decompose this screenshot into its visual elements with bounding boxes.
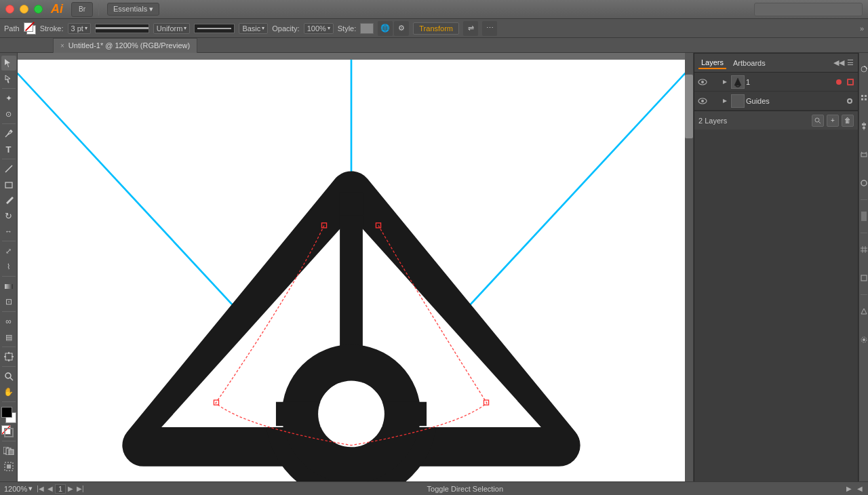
color-swatches-area[interactable] <box>0 405 18 424</box>
stroke-style-dropdown[interactable]: Basic ▾ <box>239 23 268 34</box>
type-tool[interactable]: T <box>1 142 16 157</box>
magic-wand-tool[interactable]: ✦ <box>1 91 16 106</box>
image-trace-btn[interactable] <box>860 326 868 353</box>
bridge-button[interactable]: Br <box>71 2 93 17</box>
tab-close-btn[interactable]: × <box>60 42 64 50</box>
stroke-swatch[interactable] <box>24 22 36 35</box>
opacity-dropdown[interactable]: 100% ▾ <box>304 23 334 34</box>
zoom-tool[interactable] <box>1 369 16 384</box>
svg-point-0 <box>9 130 12 132</box>
stroke-panel-btn[interactable] <box>860 170 868 197</box>
direct-selection-tool[interactable] <box>1 71 16 86</box>
layer-expand-1[interactable] <box>720 77 730 87</box>
new-artboard-btn[interactable] <box>860 264 868 292</box>
grid-btn[interactable] <box>860 84 868 111</box>
shaper-tool[interactable]: ⌇ <box>1 259 16 274</box>
grid2-btn[interactable] <box>860 236 868 263</box>
layer-row-1[interactable]: 1 <box>694 73 858 92</box>
tool-sep-4 <box>2 241 16 241</box>
search-layer-btn[interactable] <box>812 115 824 127</box>
chart-tool[interactable]: ▤ <box>1 330 16 344</box>
prev-artboard-btn[interactable]: ◀ <box>46 485 54 492</box>
scale-tool[interactable]: ⤢ <box>1 243 16 258</box>
selection-tool[interactable] <box>1 56 16 71</box>
right-tools <box>859 53 868 495</box>
svg-rect-14 <box>9 450 14 455</box>
stroke-type-dropdown[interactable]: Uniform ▾ <box>153 23 191 34</box>
line-tool[interactable] <box>1 161 16 176</box>
layer-color-indicator-1 <box>836 79 842 85</box>
blend-tool[interactable]: ∞ <box>1 314 16 329</box>
gradient-tool[interactable] <box>1 279 16 294</box>
rotate-tool[interactable]: ↻ <box>1 208 16 223</box>
layer-lock-guides[interactable] <box>709 96 719 106</box>
pencil-tool[interactable] <box>1 193 16 207</box>
new-layer-btn[interactable]: + <box>827 115 839 127</box>
doc-tab[interactable]: × Untitled-1* @ 1200% (RGB/Preview) <box>53 38 197 53</box>
stroke-line-preview <box>95 24 149 33</box>
minimize-button[interactable] <box>20 5 28 14</box>
style-swatch[interactable] <box>360 23 374 34</box>
delete-layer-btn[interactable]: 🗑 <box>842 115 854 127</box>
transform-button[interactable]: Transform <box>413 22 459 35</box>
close-button[interactable] <box>5 5 14 14</box>
svg-marker-61 <box>861 309 867 314</box>
expand-right-btn[interactable] <box>860 203 868 230</box>
scrollbar-thumb-v[interactable] <box>685 75 693 139</box>
panel-menu-icon[interactable]: ☰ <box>847 58 854 67</box>
first-artboard-btn[interactable]: |◀ <box>35 485 45 492</box>
search-input[interactable] <box>754 3 863 16</box>
canvas-area[interactable] <box>18 53 693 495</box>
layers-panel: Layers Artboards ◀◀ ☰ 1 <box>694 53 859 495</box>
stroke-style-preview <box>194 24 235 33</box>
layer-expand-guides[interactable] <box>720 96 730 106</box>
expand-collapse-icon[interactable]: ◀◀ <box>833 58 844 67</box>
lasso-tool[interactable]: ⊙ <box>1 106 16 121</box>
status-right-btn[interactable]: ▶ <box>845 485 853 492</box>
dropdown-arrow-2: ▾ <box>184 25 186 31</box>
maximize-button[interactable] <box>34 5 43 14</box>
tab-bar: × Untitled-1* @ 1200% (RGB/Preview) <box>0 38 868 53</box>
color-wheel-btn[interactable] <box>860 56 868 83</box>
dropdown-arrow: ▾ <box>85 25 87 31</box>
pen-tool[interactable] <box>1 126 16 141</box>
warp-icon-btn[interactable]: ⋯ <box>482 21 497 36</box>
artboard-tool[interactable] <box>1 349 16 364</box>
globe-icon-btn[interactable]: 🌐 <box>378 21 393 36</box>
artboards-tab[interactable]: Artboards <box>730 58 768 68</box>
layers-count: 2 Layers <box>698 117 727 125</box>
next-artboard-btn[interactable]: ▶ <box>66 485 75 492</box>
svg-point-41 <box>815 118 819 122</box>
layers-tab[interactable]: Layers <box>698 57 726 69</box>
layer-visibility-1[interactable] <box>697 77 708 87</box>
svg-rect-16 <box>7 464 11 469</box>
workspace-button[interactable]: Essentials ▾ <box>107 3 159 16</box>
zoom-dropdown-arrow[interactable]: ▾ <box>28 484 33 493</box>
style-label: Style: <box>338 24 357 33</box>
icon-group: 🌐 ⚙ <box>378 21 409 36</box>
layer-row-guides[interactable]: Guides <box>694 92 858 111</box>
envelope-icon-btn[interactable]: ⇌ <box>463 21 478 36</box>
layer-status-1 <box>833 77 844 87</box>
align-btn[interactable] <box>860 113 868 140</box>
svg-point-9 <box>5 373 11 378</box>
stroke-value-dropdown[interactable]: 3 pt ▾ <box>68 23 91 34</box>
color-guide-btn[interactable] <box>860 298 868 325</box>
mirror-tool[interactable]: ↔ <box>1 224 16 239</box>
transform-panel-btn[interactable] <box>860 141 868 168</box>
last-artboard-btn[interactable]: ▶| <box>75 485 85 492</box>
draw-inside-btn[interactable] <box>1 459 16 474</box>
rect-tool[interactable] <box>1 177 16 192</box>
hand-tool[interactable]: ✋ <box>1 384 16 399</box>
layer-name-guides: Guides <box>746 97 843 105</box>
settings-icon-btn[interactable]: ⚙ <box>394 21 409 36</box>
artboard-number[interactable]: 1 <box>55 484 66 494</box>
layer-visibility-guides[interactable] <box>697 96 708 106</box>
screen-mode-btn[interactable] <box>1 443 16 458</box>
status-panel-btn[interactable]: ◀ <box>856 485 864 492</box>
tool-sep-3 <box>2 159 16 159</box>
vertical-scrollbar[interactable] <box>685 53 693 481</box>
layer-lock-1[interactable] <box>709 77 719 87</box>
panel-options-btn[interactable]: » <box>860 24 864 33</box>
eyedropper-tool[interactable]: ⊡ <box>1 294 16 309</box>
